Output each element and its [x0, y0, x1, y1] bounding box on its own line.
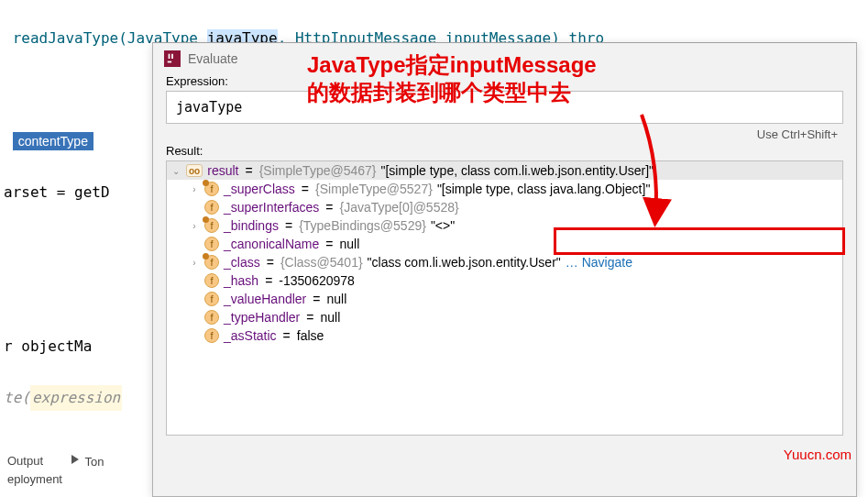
- field-icon: [204, 237, 219, 251]
- run-icon: [69, 453, 82, 466]
- popup-title: Evaluate: [188, 51, 237, 66]
- tree-row[interactable]: _canonicalName= null: [167, 235, 842, 253]
- expression-label: Expression:: [166, 74, 843, 88]
- chevron-down-icon[interactable]: ⌄: [170, 166, 181, 176]
- result-label: Result:: [166, 144, 843, 158]
- svg-rect-1: [168, 61, 171, 63]
- bottom-toolbar: Output Ton eployment: [0, 451, 147, 488]
- field-icon: [204, 273, 219, 288]
- tree-row[interactable]: _hash= -1350620978: [167, 271, 842, 290]
- watermark: Yuucn.com: [784, 447, 852, 462]
- tree-row[interactable]: _valueHandler= null: [167, 290, 842, 308]
- chevron-right-icon[interactable]: ›: [189, 184, 200, 194]
- field-icon: [204, 255, 219, 270]
- field-icon: [204, 182, 219, 196]
- chevron-right-icon[interactable]: ›: [189, 221, 200, 231]
- intellij-icon: [164, 50, 181, 67]
- field-icon: [204, 200, 219, 215]
- tree-row[interactable]: _asStatic= false: [167, 326, 842, 345]
- shortcut-hint: Use Ctrl+Shift+: [166, 127, 843, 141]
- object-icon: oo: [186, 164, 203, 177]
- result-tree[interactable]: ⌄ oo result = {SimpleType@5467} "[simple…: [166, 160, 843, 436]
- navigate-link[interactable]: … Navigate: [566, 255, 632, 270]
- tree-row[interactable]: _superInterfaces={JavaType[0]@5528}: [167, 198, 842, 216]
- field-icon: [204, 310, 219, 325]
- tree-row[interactable]: ›_superClass={SimpleType@5527} "[simple …: [167, 180, 842, 198]
- svg-rect-3: [171, 54, 173, 59]
- svg-rect-2: [169, 54, 170, 59]
- field-icon: [204, 292, 219, 306]
- tree-row[interactable]: _typeHandler= null: [167, 308, 842, 326]
- ton-tab-label[interactable]: Ton: [84, 455, 104, 469]
- field-icon: [204, 328, 219, 343]
- tree-row[interactable]: ›_bindings={TypeBindings@5529} "<>": [167, 216, 842, 235]
- expression-input[interactable]: [166, 91, 843, 124]
- evaluate-popup: Evaluate Expression: Use Ctrl+Shift+ Res…: [152, 42, 857, 497]
- chevron-right-icon[interactable]: ›: [189, 258, 200, 268]
- popup-header: Evaluate: [153, 43, 856, 71]
- deployment-tab[interactable]: eployment: [7, 472, 62, 486]
- output-tab[interactable]: Output: [7, 454, 43, 468]
- field-icon: [204, 218, 219, 233]
- content-type-tag: contentType: [13, 132, 93, 150]
- tree-row[interactable]: ›_class={Class@5401} "class com.li.web.j…: [167, 253, 842, 271]
- tree-root-row[interactable]: ⌄ oo result = {SimpleType@5467} "[simple…: [167, 161, 842, 180]
